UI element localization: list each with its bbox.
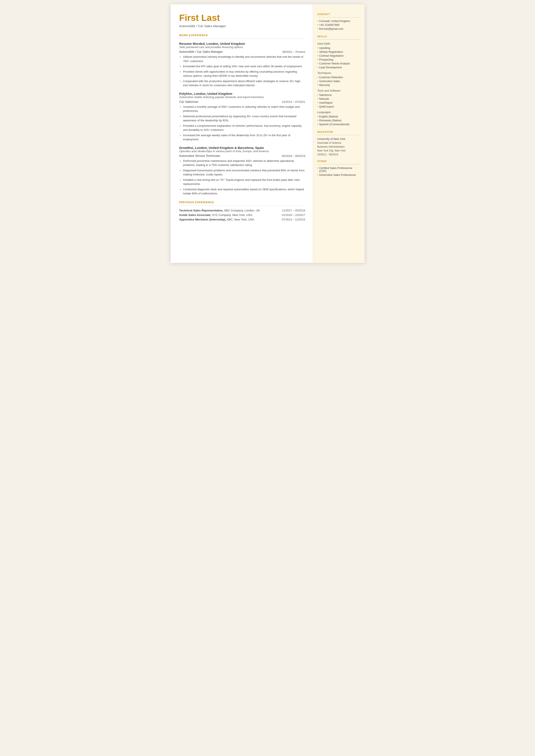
skill-prospecting: Prospecting: [317, 58, 360, 61]
bullet-2-4: Increased the average weekly sales of th…: [183, 133, 305, 142]
bullet-2-3: Provided a comprehensive explanation of …: [183, 124, 305, 132]
prev-experience-divider: [179, 206, 305, 206]
edu-field-1: Business Administration: [317, 145, 360, 149]
tool-salesforce: Salesforce: [317, 94, 360, 97]
bullet-3-3: Installed a new timing belt on 70+ Toyot…: [183, 178, 305, 186]
prev-role-2: Inside Sales Associate, XYZ Company, New…: [179, 213, 252, 216]
company-name-3: Growthsi, London, United Kingdom & Barce…: [179, 146, 305, 150]
job-title-1: Automobile / Car Sales Manager: [179, 50, 223, 53]
contact-phone: +44 1234567890: [317, 23, 360, 26]
education-title: EDUCATION: [317, 130, 360, 133]
skill-customer-needs: Customer Needs Analysis: [317, 62, 360, 65]
candidate-name: First Last: [179, 13, 305, 23]
edu-dates-1: 10/2011 - 06/2014: [317, 153, 360, 156]
prev-exp-row-2: Inside Sales Associate, XYZ Company, New…: [179, 213, 305, 216]
edu-degree-1: Associate of Science: [317, 141, 360, 145]
tool-quikcoupon: QuikCoupon: [317, 105, 360, 108]
work-experience-title: WORK EXPERIENCE: [179, 34, 305, 37]
hard-skills-label: Hard Skills:: [317, 42, 360, 45]
tool-autoraptor: AutoRaptor: [317, 101, 360, 104]
company-name-1: Resume Worded, London, United Kingdom: [179, 42, 305, 45]
other-csp: Certified Sales Professional (CSP): [317, 167, 360, 173]
contact-divider: [317, 17, 360, 17]
job-block-2: Polyhire, London, United Kingdom Automot…: [179, 92, 305, 142]
job-dates-3: 06/2018 – 09/2019: [282, 154, 305, 157]
job-row-2: Car Salesman 10/2019 – 07/2021: [179, 100, 305, 103]
edu-school-1: University of New York: [317, 137, 360, 141]
skills-title: SKILLS: [317, 35, 360, 38]
prev-dates-3: 07/2014 – 12/2015: [282, 218, 305, 221]
contact-email: first.last@gmail.com: [317, 27, 360, 30]
technique-auto-sales: Automotive Sales: [317, 80, 360, 83]
contact-address: Cornwall, United Kingdom: [317, 20, 360, 23]
job-dates-1: 08/2021 – Present: [282, 50, 305, 53]
company-name-2: Polyhire, London, United Kingdom: [179, 92, 305, 96]
skill-vehicle-reg: Vehicle Registration: [317, 50, 360, 53]
prev-experience-title: PREVIOUS EXPERIENCE: [179, 201, 305, 204]
job-bullets-3: Performed preventive maintenance and ins…: [183, 159, 305, 196]
technique-retention: Customer Retention: [317, 76, 360, 79]
prev-exp-row-3: Apprentice Mechanic (Internship), ABC, N…: [179, 218, 305, 221]
left-column: First Last Automobile / Car Sales Manage…: [171, 4, 313, 263]
job-block-1: Resume Worded, London, United Kingdom Se…: [179, 42, 305, 88]
edu-location-1: New York City, New York: [317, 149, 360, 153]
job-row-3: Automotive Service Technician 06/2018 – …: [179, 154, 305, 157]
lang-romanian: Romanian (Native): [317, 119, 360, 122]
bullet-1-1: Utilized automotive industry knowledge t…: [183, 55, 305, 63]
work-experience-divider: [179, 39, 305, 39]
bullet-1-4: Cooperated with the production departmen…: [183, 79, 305, 88]
edu-block-1: University of New York Associate of Scie…: [317, 137, 360, 156]
job-bullets-1: Utilized automotive industry knowledge t…: [183, 55, 305, 88]
bullet-2-2: Delivered professional presentations by …: [183, 114, 305, 123]
lang-spanish: Spanish (Conversational): [317, 123, 360, 126]
prev-exp-row-1: Technical Sales Representative, ABC Comp…: [179, 209, 305, 212]
job-block-3: Growthsi, London, United Kingdom & Barce…: [179, 146, 305, 196]
tool-netsuite: Netsuite: [317, 98, 360, 100]
bullet-3-1: Performed preventive maintenance and ins…: [183, 159, 305, 167]
prev-role-1: Technical Sales Representative, ABC Comp…: [179, 209, 260, 212]
company-desc-2: Automotive retailer featuring popular do…: [179, 96, 305, 99]
resume-page: First Last Automobile / Car Sales Manage…: [171, 4, 365, 263]
job-title-3: Automotive Service Technician: [179, 154, 220, 157]
prev-role-3: Apprentice Mechanic (Internship), ABC, N…: [179, 218, 254, 221]
prev-dates-1: 11/2017 – 05/2018: [282, 209, 305, 212]
job-bullets-2: Assisted a monthly average of 500+ custo…: [183, 105, 305, 142]
company-desc-3: Operates auto dealerships in various par…: [179, 150, 305, 153]
skill-lead-dev: Lead Development: [317, 66, 360, 69]
right-column: CONTACT Cornwall, United Kingdom +44 123…: [313, 4, 365, 263]
job-title-2: Car Salesman: [179, 100, 198, 103]
company-desc-1: Sells preowned cars and provides financi…: [179, 45, 305, 49]
job-dates-2: 10/2019 – 07/2021: [282, 100, 305, 103]
other-title: OTHER: [317, 160, 360, 162]
skill-contract-neg: Contract Negotiation: [317, 54, 360, 57]
other-auto-sales-pro: Automotive Sales Professional: [317, 174, 360, 177]
skill-upselling: Upselling: [317, 46, 360, 49]
contact-title: CONTACT: [317, 13, 360, 15]
technique-warranty: Warranty: [317, 84, 360, 87]
techniques-label: Techniques:: [317, 71, 360, 74]
bullet-3-2: Diagnosed transmission problems and reco…: [183, 168, 305, 177]
bullet-2-1: Assisted a monthly average of 500+ custo…: [183, 105, 305, 113]
tools-label: Tools and Software:: [317, 89, 360, 92]
candidate-subtitle: Automobile / Car Sales Manager: [179, 24, 305, 28]
lang-english: English (Native): [317, 115, 360, 118]
bullet-1-2: Exceeded the KPI sales goal of selling 1…: [183, 64, 305, 69]
job-row-1: Automobile / Car Sales Manager 08/2021 –…: [179, 50, 305, 53]
bullet-1-3: Provided clients with opportunities to b…: [183, 70, 305, 78]
prev-dates-2: 01/2016 – 10/2017: [282, 213, 305, 216]
languages-label: Languages:: [317, 111, 360, 114]
bullet-3-4: Conducted diagnostic tests and repaired …: [183, 187, 305, 196]
